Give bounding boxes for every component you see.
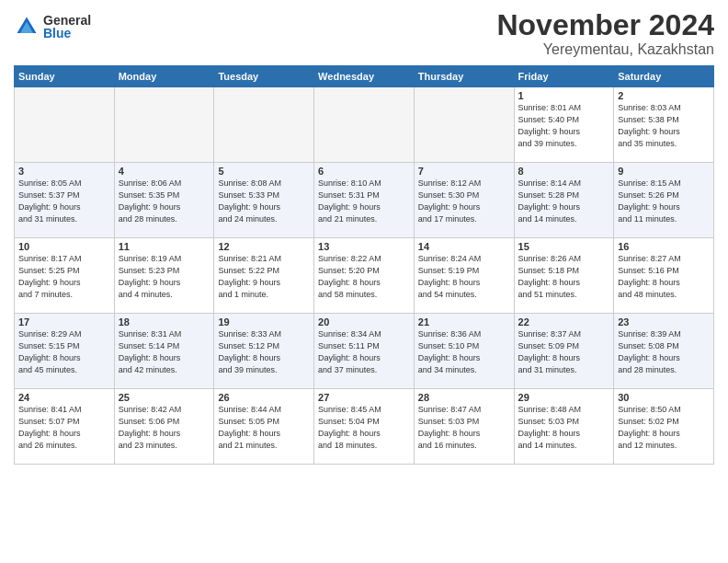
day-info: Sunrise: 8:08 AM Sunset: 5:33 PM Dayligh… (218, 178, 310, 225)
calendar-cell: 3Sunrise: 8:05 AM Sunset: 5:37 PM Daylig… (15, 163, 115, 238)
calendar-cell: 9Sunrise: 8:15 AM Sunset: 5:26 PM Daylig… (614, 163, 714, 238)
day-info: Sunrise: 8:22 AM Sunset: 5:20 PM Dayligh… (318, 253, 410, 301)
day-number: 18 (119, 316, 210, 327)
calendar-cell: 6Sunrise: 8:10 AM Sunset: 5:31 PM Daylig… (314, 163, 415, 238)
title-area: November 2024 Yereymentau, Kazakhstan (496, 9, 714, 58)
logo: General Blue (14, 14, 91, 40)
day-info: Sunrise: 8:34 AM Sunset: 5:11 PM Dayligh… (318, 328, 410, 376)
day-info: Sunrise: 8:19 AM Sunset: 5:23 PM Dayligh… (119, 253, 210, 301)
calendar-table: SundayMondayTuesdayWednesdayThursdayFrid… (14, 65, 714, 465)
day-info: Sunrise: 8:05 AM Sunset: 5:37 PM Dayligh… (18, 178, 110, 225)
calendar-cell: 5Sunrise: 8:08 AM Sunset: 5:33 PM Daylig… (214, 163, 314, 238)
day-number: 4 (119, 166, 210, 177)
day-info: Sunrise: 8:48 AM Sunset: 5:03 PM Dayligh… (518, 404, 610, 452)
day-number: 12 (218, 241, 310, 252)
calendar-cell: 12Sunrise: 8:21 AM Sunset: 5:22 PM Dayli… (214, 238, 314, 314)
day-info: Sunrise: 8:26 AM Sunset: 5:18 PM Dayligh… (518, 253, 610, 301)
day-number: 27 (318, 392, 410, 403)
calendar-cell: 10Sunrise: 8:17 AM Sunset: 5:25 PM Dayli… (15, 238, 115, 314)
day-info: Sunrise: 8:41 AM Sunset: 5:07 PM Dayligh… (18, 404, 110, 452)
calendar-cell: 1Sunrise: 8:01 AM Sunset: 5:40 PM Daylig… (514, 87, 614, 163)
weekday-header-friday: Friday (514, 66, 614, 87)
day-info: Sunrise: 8:44 AM Sunset: 5:05 PM Dayligh… (218, 404, 310, 452)
day-info: Sunrise: 8:01 AM Sunset: 5:40 PM Dayligh… (518, 102, 610, 150)
calendar-cell: 4Sunrise: 8:06 AM Sunset: 5:35 PM Daylig… (114, 163, 214, 238)
calendar-cell (414, 87, 514, 163)
calendar-cell: 8Sunrise: 8:14 AM Sunset: 5:28 PM Daylig… (514, 163, 614, 238)
logo-blue: Blue (43, 27, 91, 40)
day-number: 24 (18, 392, 110, 403)
day-info: Sunrise: 8:06 AM Sunset: 5:35 PM Dayligh… (119, 178, 210, 225)
day-info: Sunrise: 8:37 AM Sunset: 5:09 PM Dayligh… (518, 328, 610, 376)
calendar-cell (15, 87, 115, 163)
day-info: Sunrise: 8:17 AM Sunset: 5:25 PM Dayligh… (18, 253, 110, 301)
day-number: 3 (18, 166, 110, 177)
day-number: 22 (518, 316, 610, 327)
weekday-header-sunday: Sunday (15, 66, 115, 87)
calendar-cell (314, 87, 415, 163)
logo-icon (14, 14, 40, 40)
logo-text: General Blue (43, 14, 91, 40)
day-number: 28 (418, 392, 510, 403)
calendar-cell: 29Sunrise: 8:48 AM Sunset: 5:03 PM Dayli… (514, 389, 614, 465)
day-number: 26 (218, 392, 310, 403)
day-info: Sunrise: 8:39 AM Sunset: 5:08 PM Dayligh… (618, 328, 710, 376)
day-number: 20 (318, 316, 410, 327)
month-title: November 2024 (496, 9, 714, 41)
header-area: General Blue November 2024 Yereymentau, … (14, 9, 714, 58)
calendar-cell: 2Sunrise: 8:03 AM Sunset: 5:38 PM Daylig… (614, 87, 714, 163)
calendar-week-row: 10Sunrise: 8:17 AM Sunset: 5:25 PM Dayli… (15, 238, 714, 314)
weekday-header-thursday: Thursday (414, 66, 514, 87)
day-number: 21 (418, 316, 510, 327)
calendar-cell: 23Sunrise: 8:39 AM Sunset: 5:08 PM Dayli… (614, 314, 714, 389)
weekday-header-wednesday: Wednesday (314, 66, 415, 87)
calendar-week-row: 3Sunrise: 8:05 AM Sunset: 5:37 PM Daylig… (15, 163, 714, 238)
day-number: 29 (518, 392, 610, 403)
day-number: 11 (119, 241, 210, 252)
day-number: 17 (18, 316, 110, 327)
day-info: Sunrise: 8:27 AM Sunset: 5:16 PM Dayligh… (618, 253, 710, 301)
day-info: Sunrise: 8:03 AM Sunset: 5:38 PM Dayligh… (618, 102, 710, 150)
day-info: Sunrise: 8:24 AM Sunset: 5:19 PM Dayligh… (418, 253, 510, 301)
weekday-header-monday: Monday (114, 66, 214, 87)
day-number: 19 (218, 316, 310, 327)
day-info: Sunrise: 8:33 AM Sunset: 5:12 PM Dayligh… (218, 328, 310, 376)
location-title: Yereymentau, Kazakhstan (496, 41, 714, 58)
calendar-cell: 20Sunrise: 8:34 AM Sunset: 5:11 PM Dayli… (314, 314, 415, 389)
day-number: 15 (518, 241, 610, 252)
day-number: 30 (618, 392, 710, 403)
calendar-cell (214, 87, 314, 163)
calendar-week-row: 1Sunrise: 8:01 AM Sunset: 5:40 PM Daylig… (15, 87, 714, 163)
calendar-cell: 13Sunrise: 8:22 AM Sunset: 5:20 PM Dayli… (314, 238, 415, 314)
day-info: Sunrise: 8:14 AM Sunset: 5:28 PM Dayligh… (518, 178, 610, 225)
day-info: Sunrise: 8:50 AM Sunset: 5:02 PM Dayligh… (618, 404, 710, 452)
day-number: 6 (318, 166, 410, 177)
weekday-header-row: SundayMondayTuesdayWednesdayThursdayFrid… (15, 66, 714, 87)
calendar-cell: 17Sunrise: 8:29 AM Sunset: 5:15 PM Dayli… (15, 314, 115, 389)
day-number: 1 (518, 90, 610, 101)
day-info: Sunrise: 8:10 AM Sunset: 5:31 PM Dayligh… (318, 178, 410, 225)
day-number: 8 (518, 166, 610, 177)
calendar-cell: 28Sunrise: 8:47 AM Sunset: 5:03 PM Dayli… (414, 389, 514, 465)
calendar-cell: 24Sunrise: 8:41 AM Sunset: 5:07 PM Dayli… (15, 389, 115, 465)
calendar-cell: 26Sunrise: 8:44 AM Sunset: 5:05 PM Dayli… (214, 389, 314, 465)
calendar-cell: 7Sunrise: 8:12 AM Sunset: 5:30 PM Daylig… (414, 163, 514, 238)
day-info: Sunrise: 8:15 AM Sunset: 5:26 PM Dayligh… (618, 178, 710, 225)
day-number: 2 (618, 90, 710, 101)
day-number: 5 (218, 166, 310, 177)
day-info: Sunrise: 8:31 AM Sunset: 5:14 PM Dayligh… (119, 328, 210, 376)
day-number: 7 (418, 166, 510, 177)
day-number: 25 (119, 392, 210, 403)
day-number: 16 (618, 241, 710, 252)
page-container: General Blue November 2024 Yereymentau, … (0, 0, 728, 469)
calendar-cell: 27Sunrise: 8:45 AM Sunset: 5:04 PM Dayli… (314, 389, 415, 465)
calendar-week-row: 24Sunrise: 8:41 AM Sunset: 5:07 PM Dayli… (15, 389, 714, 465)
day-info: Sunrise: 8:42 AM Sunset: 5:06 PM Dayligh… (119, 404, 210, 452)
logo-general: General (43, 14, 91, 27)
day-number: 13 (318, 241, 410, 252)
calendar-cell: 19Sunrise: 8:33 AM Sunset: 5:12 PM Dayli… (214, 314, 314, 389)
calendar-cell: 21Sunrise: 8:36 AM Sunset: 5:10 PM Dayli… (414, 314, 514, 389)
day-number: 9 (618, 166, 710, 177)
calendar-cell: 11Sunrise: 8:19 AM Sunset: 5:23 PM Dayli… (114, 238, 214, 314)
calendar-cell: 15Sunrise: 8:26 AM Sunset: 5:18 PM Dayli… (514, 238, 614, 314)
